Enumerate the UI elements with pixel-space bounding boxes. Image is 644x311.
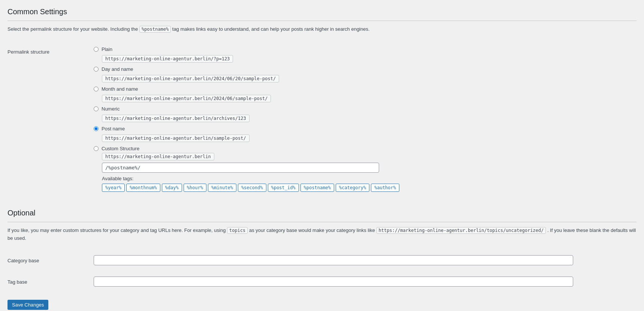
page-title: Common Settings — [7, 7, 637, 21]
month-name-example: https://marketing-online-agentur.berlin/… — [102, 95, 271, 102]
radio-post-name-label[interactable]: Post name — [102, 126, 125, 132]
category-base-label: Category base — [7, 250, 94, 271]
category-base-input[interactable] — [94, 255, 573, 265]
tag-base-label: Tag base — [7, 271, 94, 292]
radio-option-plain[interactable]: Plain — [94, 46, 637, 52]
optional-description: If you like, you may enter custom struct… — [7, 227, 637, 242]
radio-option-month-name[interactable]: Month and name — [94, 86, 637, 92]
example-url: https://marketing-online-agentur.berlin/… — [377, 227, 546, 234]
radio-post-name[interactable] — [94, 126, 99, 131]
tag-minute[interactable]: %minute% — [208, 184, 236, 192]
tag-postname[interactable]: %postname% — [300, 184, 334, 192]
custom-structure-row: https://marketing-online-agentur.berlin … — [102, 153, 637, 192]
tags-container: %year% %monthnum% %day% %hour% %minute% … — [102, 184, 637, 192]
numeric-example: https://marketing-online-agentur.berlin/… — [102, 115, 250, 122]
tag-author[interactable]: %author% — [371, 184, 399, 192]
radio-numeric[interactable] — [94, 106, 99, 111]
radio-month-name-label[interactable]: Month and name — [102, 86, 138, 92]
permalink-structure-row: Permalink structure Plain https://market… — [7, 41, 637, 197]
tag-hour[interactable]: %hour% — [184, 184, 206, 192]
permalink-structure-options: Plain https://marketing-online-agentur.b… — [94, 41, 637, 197]
category-base-row: Category base — [7, 250, 637, 271]
tag-category[interactable]: %category% — [336, 184, 369, 192]
tag-base-cell — [94, 271, 637, 292]
optional-form-table: Category base Tag base — [7, 250, 637, 292]
tag-monthnum[interactable]: %monthnum% — [126, 184, 160, 192]
optional-title: Optional — [7, 209, 637, 222]
post-name-example: https://marketing-online-agentur.berlin/… — [102, 135, 250, 142]
page-description: Select the permalink structure for your … — [7, 25, 637, 33]
plain-example: https://marketing-online-agentur.berlin/… — [102, 55, 233, 63]
save-changes-button[interactable]: Save Changes — [7, 300, 48, 310]
available-tags-label: Available tags: — [102, 176, 637, 181]
custom-prefix: https://marketing-online-agentur.berlin — [102, 153, 214, 160]
day-name-example: https://marketing-online-agentur.berlin/… — [102, 75, 279, 82]
radio-day-name[interactable] — [94, 67, 99, 72]
radio-plain-label[interactable]: Plain — [102, 46, 112, 52]
tag-second[interactable]: %second% — [238, 184, 266, 192]
category-base-cell — [94, 250, 637, 271]
radio-custom-label[interactable]: Custom Structure — [102, 146, 139, 151]
tag-day[interactable]: %day% — [162, 184, 182, 192]
topics-code: topics — [227, 227, 248, 234]
permalink-structure-label: Permalink structure — [7, 41, 94, 197]
radio-numeric-label[interactable]: Numeric — [102, 106, 120, 112]
tag-post-id[interactable]: %post_id% — [268, 184, 299, 192]
tag-base-input[interactable] — [94, 277, 573, 287]
radio-day-name-label[interactable]: Day and name — [102, 66, 133, 72]
radio-option-custom[interactable]: Custom Structure — [94, 146, 637, 151]
custom-structure-input[interactable] — [102, 163, 379, 173]
tag-year[interactable]: %year% — [102, 184, 125, 192]
radio-option-day-name[interactable]: Day and name — [94, 66, 637, 72]
radio-option-post-name[interactable]: Post name — [94, 126, 637, 132]
radio-month-name[interactable] — [94, 87, 99, 91]
settings-form-table: Permalink structure Plain https://market… — [7, 41, 637, 197]
radio-plain[interactable] — [94, 47, 99, 52]
tag-base-row: Tag base — [7, 271, 637, 292]
postname-code: %postname% — [139, 26, 171, 33]
optional-section: Optional If you like, you may enter cust… — [7, 209, 637, 293]
radio-option-numeric[interactable]: Numeric — [94, 106, 637, 112]
radio-custom[interactable] — [94, 146, 99, 151]
